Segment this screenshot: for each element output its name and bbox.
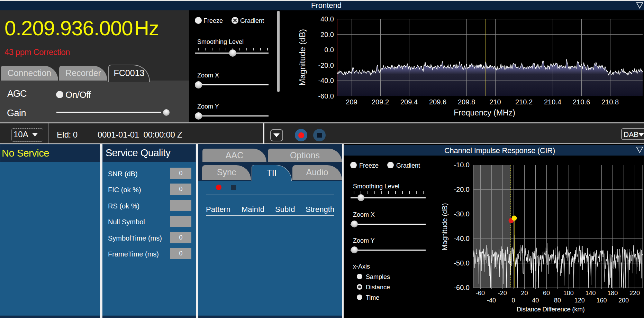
svg-text:Magnitude (dB): Magnitude (dB) <box>298 29 307 86</box>
svg-text:40.0: 40.0 <box>320 15 334 23</box>
svg-text:-20: -20 <box>498 290 507 297</box>
svg-text:20: 20 <box>521 290 528 297</box>
svg-text:120: 120 <box>574 297 585 304</box>
svg-text:Distance Difference (km): Distance Difference (km) <box>517 306 585 313</box>
svg-text:-50.0: -50.0 <box>454 259 470 267</box>
svg-text:220: 220 <box>629 290 640 297</box>
svg-text:-40.0: -40.0 <box>318 77 334 84</box>
svg-text:-20.0: -20.0 <box>454 186 470 193</box>
svg-text:0.0: 0.0 <box>324 46 334 54</box>
svg-text:-60.0: -60.0 <box>318 92 334 100</box>
svg-text:-40.0: -40.0 <box>454 235 470 242</box>
svg-text:210.6: 210.6 <box>573 98 590 106</box>
svg-text:Frequency (MHz): Frequency (MHz) <box>454 108 515 117</box>
svg-text:-10.0: -10.0 <box>454 161 470 169</box>
svg-text:210.4: 210.4 <box>544 98 561 106</box>
svg-text:40: 40 <box>532 297 539 304</box>
svg-text:200: 200 <box>618 297 629 304</box>
svg-text:210.2: 210.2 <box>515 98 533 106</box>
svg-text:Magnitude (dB): Magnitude (dB) <box>441 203 448 251</box>
svg-text:0: 0 <box>512 297 515 304</box>
svg-text:-30.0: -30.0 <box>454 210 470 218</box>
svg-text:209.6: 209.6 <box>429 98 446 106</box>
svg-text:60: 60 <box>543 290 550 297</box>
svg-text:209.4: 209.4 <box>400 98 418 106</box>
svg-text:209.8: 209.8 <box>458 98 475 106</box>
svg-text:210.8: 210.8 <box>601 98 619 106</box>
svg-text:209: 209 <box>346 98 357 106</box>
svg-text:-60.0: -60.0 <box>454 284 470 291</box>
svg-text:20.0: 20.0 <box>320 31 334 38</box>
svg-text:180: 180 <box>607 290 618 297</box>
svg-text:209.2: 209.2 <box>372 98 389 106</box>
svg-text:140: 140 <box>585 290 596 297</box>
svg-text:80: 80 <box>554 297 561 304</box>
svg-text:-60: -60 <box>476 290 485 297</box>
svg-text:160: 160 <box>596 297 607 304</box>
svg-text:-40: -40 <box>487 297 496 304</box>
svg-text:-20.0: -20.0 <box>318 62 334 69</box>
svg-text:100: 100 <box>563 290 574 297</box>
svg-text:210: 210 <box>489 98 501 106</box>
